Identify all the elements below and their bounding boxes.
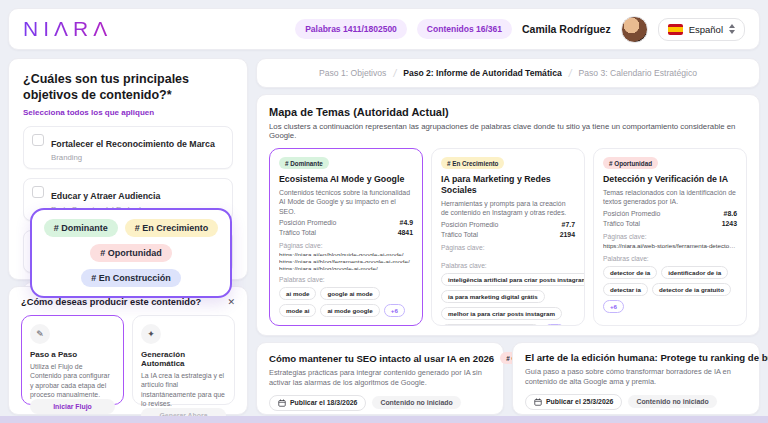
stat-label: Posición Promedio (441, 221, 498, 228)
close-icon[interactable]: ✕ (227, 298, 235, 307)
publish-date-label: Publicar el 25/3/2026 (546, 398, 613, 405)
keyword-chip: identificador de ia (661, 266, 728, 279)
cluster-card-ia-marketing-redes[interactable]: # En Crecimiento IA para Marketing y Red… (431, 148, 585, 326)
cluster-description: Temas relacionados con la identificación… (603, 188, 737, 207)
keywords-label: Palabras clave: (441, 262, 575, 269)
status-pill: Contenido no iniciado (372, 396, 460, 409)
start-flow-button[interactable]: Iniciar Flujo (30, 399, 115, 414)
legend-tag-oportunidad: # Oportunidad (90, 244, 172, 262)
legend-tag-dominante: # Dominante (44, 219, 118, 237)
producer-option-generacion-automatica[interactable]: ✦ Generación Automática La IA crea la es… (132, 315, 235, 405)
objectives-title: ¿Cuáles son tus principales objetivos de… (23, 71, 233, 104)
producer-panel: ¿Cómo deseas producir este contenido? ✕ … (8, 286, 248, 415)
option-checkbox[interactable] (32, 186, 44, 198)
app-header: NIΛRΛ Palabras 1411/1802500 Contenidos 1… (8, 8, 760, 50)
keyword-chip: detector de ia (603, 266, 657, 279)
step-objetivos[interactable]: Paso 1: Objetivos (319, 68, 386, 78)
cluster-tag: # En Crecimiento (441, 157, 504, 169)
contents-usage-badge: Contenidos 16/361 (417, 19, 512, 39)
words-usage-badge: Palabras 1411/1802500 (295, 19, 407, 39)
calendar-icon (534, 398, 542, 406)
idea-card-edicion-humana[interactable]: El arte de la edición humana: Protege tu… (512, 342, 760, 415)
more-keywords-chip[interactable]: +6 (603, 300, 624, 313)
keyword-chip: ia para marketing digital grátis (441, 290, 545, 303)
topic-map-title: Mapa de Temas (Autoridad Actual) (269, 106, 747, 118)
user-name: Camila Rodríguez (522, 23, 611, 35)
cluster-title: IA para Marketing y Redes Sociales (441, 174, 575, 196)
sparkles-icon: ✦ (141, 324, 161, 344)
producer-title: ¿Cómo deseas producir este contenido? (21, 297, 201, 307)
keyword-chip: ai mode (279, 287, 316, 300)
objective-option-branding[interactable]: Fortalecer el Reconocimiento de Marca Br… (23, 126, 233, 169)
cluster-title: Detección y Verificación de IA (603, 174, 737, 185)
legend-tag-en-construccion: # En Construcción (81, 269, 181, 287)
stat-label: Posición Promedio (279, 219, 336, 226)
cluster-tag: # Oportunidad (603, 157, 658, 169)
pages-label: Páginas clave: (279, 242, 413, 249)
steps-bar: Paso 1: Objetivos / Paso 2: Informe de A… (256, 58, 760, 88)
stat-label: Tráfico Total (441, 231, 478, 238)
page-link[interactable]: https://niara.ai/en/blog/guide-google-ai… (279, 251, 413, 256)
more-keywords-chip[interactable]: +6 (544, 324, 565, 326)
option-label: Educar y Atraer Audiencia (51, 191, 160, 201)
option-label: Fortalecer el Reconocimiento de Marca (51, 139, 215, 149)
page: NIΛRΛ Palabras 1411/1802500 Contenidos 1… (0, 0, 768, 423)
pages-label: Páginas clave: (441, 244, 575, 251)
user-avatar[interactable] (621, 16, 648, 43)
cluster-tag: # Dominante (279, 157, 329, 169)
stat-value-position: #4.9 (400, 219, 413, 226)
keyword-chip: ia para criar posts instagram (441, 324, 540, 326)
cluster-status-legend: # Dominante # En Crecimiento # Oportunid… (30, 208, 232, 298)
idea-title: Cómo mantener tu SEO intacto al usar IA … (269, 353, 494, 364)
header-right: Palabras 1411/1802500 Contenidos 16/361 … (295, 16, 745, 43)
producer-option-paso-a-paso[interactable]: ✎ Paso a Paso Utiliza el Flujo de Conten… (21, 315, 124, 405)
producer-option-description: Utiliza el Flujo de Contenido para confi… (30, 362, 115, 399)
step-calendario[interactable]: Paso 3: Calendario Estratégico (578, 68, 696, 78)
idea-description: Estrategias prácticas para integrar cont… (269, 368, 491, 389)
page-bottom-glow (0, 416, 768, 423)
idea-title: El arte de la edición humana: Protege tu… (525, 352, 768, 363)
producer-option-name: Paso a Paso (30, 350, 115, 359)
page-link[interactable]: https://niara.ai/blog/google-ai-mode/ (279, 265, 413, 270)
keyword-chip: detectar ia (603, 283, 648, 296)
page-link[interactable]: https://niara.ai/blog/ferramenta-google-… (279, 258, 413, 263)
step-informe-autoridad[interactable]: Paso 2: Informe de Autoridad Temática (403, 68, 562, 78)
keyword-chip: ai mode google (320, 304, 379, 317)
cluster-card-ecosistema-ai-mode[interactable]: # Dominante Ecosistema AI Mode y Google … (269, 148, 423, 326)
publish-date-pill: Publicar el 18/3/2026 (269, 395, 366, 411)
keywords-label: Palabras clave: (279, 276, 413, 283)
stat-value-position: #7.7 (562, 221, 575, 228)
pen-icon: ✎ (30, 324, 50, 344)
keyword-chip: google ai mode (320, 287, 379, 300)
option-checkbox[interactable] (32, 134, 44, 146)
step-separator: / (393, 68, 396, 79)
stat-value-position: #8.6 (724, 210, 737, 217)
stat-value-traffic: 4841 (398, 229, 413, 236)
cluster-description: Contenidos técnicos sobre la funcionalid… (279, 188, 413, 216)
pages-label: Páginas clave: (603, 233, 737, 240)
stat-label: Tráfico Total (279, 229, 316, 236)
topic-map-panel: Mapa de Temas (Autoridad Actual) Los clu… (256, 94, 760, 336)
idea-card-seo-intacto[interactable]: Cómo mantener tu SEO intacto al usar IA … (256, 342, 504, 415)
spain-flag-icon (668, 24, 683, 35)
more-keywords-chip[interactable]: +6 (384, 304, 405, 317)
stat-label: Posición Promedio (603, 210, 660, 217)
producer-option-name: Generación Automática (141, 350, 226, 368)
cluster-title: Ecosistema AI Mode y Google (279, 174, 413, 185)
calendar-icon (278, 399, 286, 407)
cluster-card-deteccion-verificacion-ia[interactable]: # Oportunidad Detección y Verificación d… (593, 148, 747, 326)
option-sublabel: Branding (51, 153, 215, 162)
stat-label: Tráfico Total (603, 220, 640, 227)
language-label: Español (689, 24, 723, 35)
keyword-chip: melhor ia para criar posts instagram (441, 307, 562, 320)
page-link[interactable]: https://niara.ai/web-stories/ferramenta-… (603, 242, 737, 249)
language-selector[interactable]: Español (658, 18, 745, 41)
cluster-description: Herramientas y prompts para la creación … (441, 199, 575, 218)
publish-date-label: Publicar el 18/3/2026 (290, 399, 357, 406)
stat-value-traffic: 2194 (560, 231, 575, 238)
stat-value-traffic: 1243 (722, 220, 737, 227)
chevron-updown-icon (729, 24, 735, 34)
status-pill: Contenido no iniciado (628, 395, 716, 408)
objectives-subtitle: Selecciona todos los que apliquen (23, 108, 233, 117)
legend-tag-en-crecimiento: # En Crecimiento (125, 219, 219, 237)
